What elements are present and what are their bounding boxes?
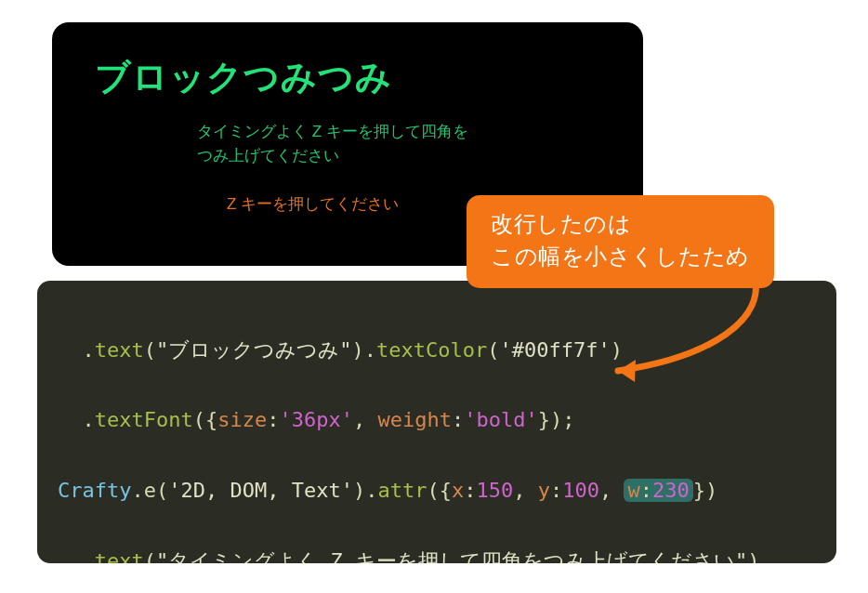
annotation-callout: 改行したのは この幅を小さくしたため [467, 195, 774, 288]
width-highlight: w:230 [624, 479, 692, 502]
callout-line-2: この幅を小さくしたため [491, 244, 750, 269]
code-line-4: .text("タイミングよく Z キーを押して四角をつみ上げてください") [58, 544, 816, 563]
code-line-3: Crafty.e('2D, DOM, Text').attr({x:150, y… [58, 473, 816, 508]
game-instruction-text: タイミングよく Z キーを押して四角をつみ上げてください [197, 120, 476, 169]
code-panel: .text("ブロックつみつみ").textColor('#00ff7f') .… [37, 281, 836, 563]
callout-line-1: 改行したのは [491, 211, 631, 236]
code-line-1: .text("ブロックつみつみ").textColor('#00ff7f') [58, 333, 816, 368]
game-title: ブロックつみつみ [95, 54, 606, 101]
code-line-2: .textFont({size:'36px', weight:'bold'}); [58, 402, 816, 438]
